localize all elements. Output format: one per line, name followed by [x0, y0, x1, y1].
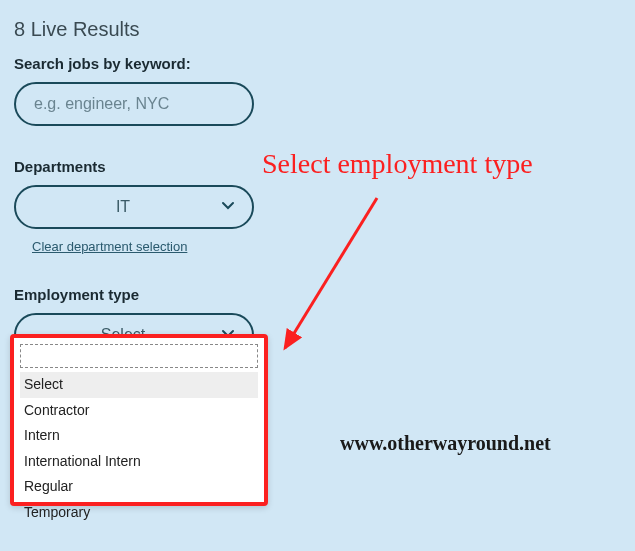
dropdown-option[interactable]: Contractor: [20, 398, 258, 424]
dropdown-option[interactable]: Select: [20, 372, 258, 398]
website-watermark: www.otherwayround.net: [340, 432, 551, 455]
departments-selected-value: IT: [116, 198, 130, 216]
departments-select[interactable]: IT: [14, 185, 254, 229]
clear-department-link[interactable]: Clear department selection: [32, 239, 187, 254]
search-input[interactable]: [14, 82, 254, 126]
employment-dropdown[interactable]: Select Contractor Intern International I…: [10, 334, 268, 506]
dropdown-option[interactable]: International Intern: [20, 449, 258, 475]
dropdown-option[interactable]: Regular: [20, 474, 258, 500]
dropdown-search-input[interactable]: [20, 344, 258, 368]
dropdown-option[interactable]: Intern: [20, 423, 258, 449]
results-count: 8 Live Results: [14, 18, 621, 41]
annotation-text: Select employment type: [262, 148, 533, 180]
dropdown-option[interactable]: Temporary: [20, 500, 258, 526]
search-label: Search jobs by keyword:: [14, 55, 621, 72]
chevron-down-icon: [220, 197, 236, 217]
employment-label: Employment type: [14, 286, 621, 303]
